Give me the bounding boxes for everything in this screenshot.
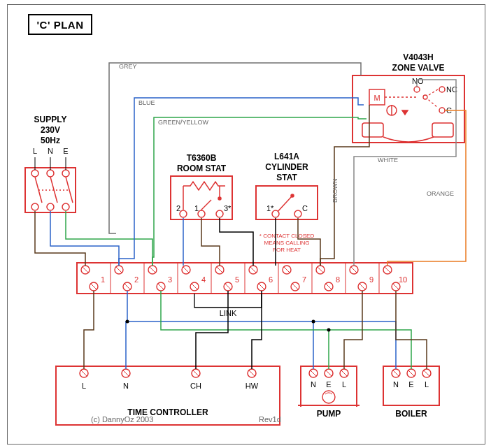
svg-point-0: [31, 170, 38, 177]
tc-hw: HW: [246, 382, 259, 390]
svg-point-3: [31, 203, 38, 210]
strip-6: 6: [269, 275, 273, 284]
supply-l: L: [33, 147, 37, 155]
strip-1: 1: [101, 275, 105, 284]
supply-n: N: [48, 147, 53, 155]
boiler-e: E: [408, 380, 413, 389]
cyl-l1: L641A: [274, 152, 299, 161]
roomstat-l1: T6360B: [187, 153, 217, 163]
strip-3: 3: [168, 275, 172, 284]
strip-8: 8: [336, 275, 340, 284]
boiler-n: N: [393, 380, 399, 389]
pump-block: N E L PUMP: [298, 366, 360, 419]
supply-voltage: 230V: [41, 125, 60, 135]
cyl-l3: STAT: [276, 173, 297, 182]
svg-point-115: [327, 328, 331, 332]
zone-m: M: [373, 94, 380, 102]
lbl-white: WHITE: [378, 157, 398, 164]
wire-t1-tc-l: [84, 291, 94, 369]
svg-point-2: [62, 170, 69, 177]
cyl-box: [256, 186, 318, 219]
svg-point-19: [198, 210, 205, 217]
zone-l2: ZONE VALVE: [392, 63, 445, 73]
cyl-pC: C: [302, 204, 308, 212]
svg-rect-36: [432, 123, 453, 137]
svg-point-32: [423, 95, 427, 99]
roomstat-p2: 2: [176, 204, 180, 212]
wire-t3-boiler-e: [329, 330, 411, 369]
cyl-note3: FOR HEAT: [273, 247, 301, 253]
roomstat-l2: ROOM STAT: [177, 164, 227, 173]
cyl-note2: MEANS CALLING: [264, 240, 310, 246]
svg-point-22: [291, 194, 294, 197]
wire-t2-tc-n: [126, 291, 127, 369]
lbl-grey: GREY: [119, 63, 137, 70]
cylinder-stat-block: L641A CYLINDER STAT 1* C * CONTACT CLOSE…: [256, 152, 318, 253]
wire-zone-grey: [109, 63, 361, 233]
zone-l1: V4043H: [403, 52, 433, 62]
strip-5: 5: [235, 275, 239, 284]
tc-ch: CH: [190, 382, 201, 390]
supply-title: SUPPLY: [34, 115, 67, 124]
supply-block: SUPPLY 230V 50Hz L N E: [25, 115, 76, 212]
strip-7: 7: [302, 275, 306, 284]
wire-t3-pump-e: [161, 291, 329, 369]
lbl-orange: ORANGE: [427, 190, 454, 197]
strip-2: 2: [134, 275, 138, 284]
boiler-block: N E L BOILER: [383, 366, 439, 419]
svg-point-4: [47, 203, 54, 210]
boiler-title: BOILER: [395, 409, 427, 419]
strip-10: 10: [399, 275, 407, 284]
svg-line-15: [201, 200, 211, 210]
pump-title: PUMP: [317, 409, 341, 419]
cyl-note1: * CONTACT CLOSED: [259, 233, 315, 239]
lbl-blue: BLUE: [138, 99, 155, 106]
time-controller-block: L N CH HW TIME CONTROLLER (c) DannyOz 20…: [56, 366, 281, 425]
tc-copy: (c) DannyOz 2003: [91, 415, 153, 424]
svg-rect-35: [362, 123, 383, 137]
svg-point-1: [47, 170, 54, 177]
tc-l: L: [82, 382, 86, 390]
wire-supply-l-t1: [35, 211, 85, 266]
strip-4: 4: [201, 275, 206, 284]
supply-e: E: [63, 147, 68, 155]
zone-no: NO: [412, 77, 424, 85]
wire-rs1-t5: [201, 218, 220, 266]
supply-freq: 50Hz: [41, 136, 60, 145]
strip-9: 9: [369, 275, 373, 284]
tc-n: N: [123, 382, 129, 390]
roomstat-p1: 1: [194, 204, 199, 212]
svg-point-18: [180, 210, 187, 217]
svg-point-20: [216, 210, 223, 217]
svg-point-28: [439, 108, 445, 113]
tc-rev: Rev1d: [259, 415, 281, 424]
svg-point-26: [414, 87, 420, 92]
svg-point-27: [439, 87, 445, 92]
svg-point-5: [62, 203, 69, 210]
wire-t2-boiler-n: [313, 321, 396, 369]
pump-l: L: [342, 380, 346, 389]
pump-e: E: [326, 380, 331, 389]
svg-point-24: [294, 210, 301, 217]
pump-n: N: [311, 380, 316, 389]
wire-t2-pump-n: [127, 321, 313, 369]
lbl-brown: BROWN: [332, 179, 339, 203]
svg-point-17: [218, 197, 221, 200]
wire-zone-blue: [119, 98, 364, 266]
svg-point-114: [312, 320, 315, 324]
roomstat-p3: 3*: [224, 204, 232, 212]
wire-rs3-t6: [220, 218, 253, 266]
wire-zone-orange: [387, 110, 466, 266]
cyl-p1: 1*: [266, 204, 274, 212]
boiler-l: L: [425, 380, 429, 389]
lbl-gny: GREEN/YELLOW: [158, 119, 209, 126]
room-stat-block: T6360B ROOM STAT 2 1 3*: [171, 153, 232, 219]
svg-point-113: [126, 320, 129, 324]
wiring-svg: SUPPLY 230V 50Hz L N E T6360B ROOM STAT: [0, 0, 491, 448]
cyl-l2: CYLINDER: [265, 162, 308, 172]
